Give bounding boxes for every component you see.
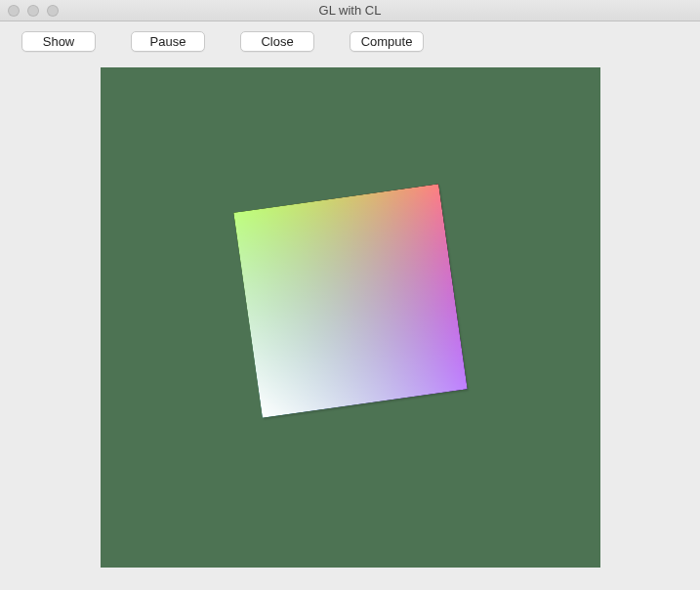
pause-button[interactable]: Pause: [131, 31, 205, 52]
minimize-window-icon[interactable]: [27, 5, 39, 17]
compute-button[interactable]: Compute: [350, 31, 424, 52]
canvas-container: [0, 62, 700, 568]
window-title: GL with CL: [0, 3, 700, 18]
close-window-icon[interactable]: [8, 5, 20, 17]
close-button[interactable]: Close: [240, 31, 314, 52]
show-button[interactable]: Show: [21, 31, 96, 52]
toolbar: Show Pause Close Compute: [0, 21, 700, 62]
traffic-lights: [8, 5, 59, 17]
color-quad: [233, 184, 467, 417]
window-titlebar: GL with CL: [0, 0, 700, 21]
svg-rect-4: [233, 184, 467, 417]
gl-viewport: [101, 67, 600, 568]
zoom-window-icon[interactable]: [47, 5, 59, 17]
